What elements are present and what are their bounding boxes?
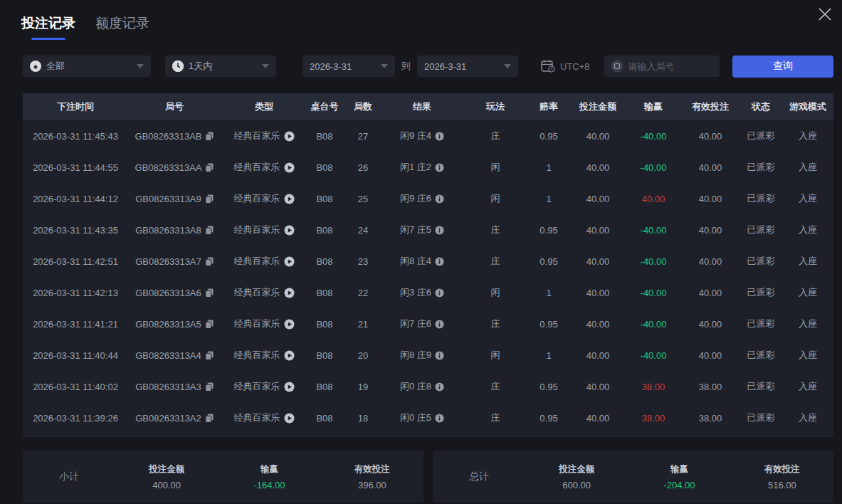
play-icon[interactable] — [284, 413, 295, 424]
round-number-value: 24 — [358, 225, 368, 236]
game-mode-value: 入座 — [799, 130, 817, 142]
play-icon[interactable] — [284, 225, 295, 236]
info-icon[interactable] — [435, 382, 444, 392]
play-icon[interactable] — [284, 256, 295, 267]
chevron-down-icon — [137, 64, 144, 68]
odds: 0.95 — [527, 256, 570, 267]
play-icon[interactable] — [284, 162, 295, 173]
date-to-value: 2026-3-31 — [424, 61, 466, 72]
info-icon[interactable] — [435, 132, 444, 141]
table-number: B08 — [304, 225, 345, 236]
win-loss-value: 40.00 — [642, 194, 665, 204]
game-mode-value: 入座 — [799, 380, 817, 393]
clock-icon — [172, 61, 184, 72]
play-icon[interactable] — [284, 194, 295, 204]
play-type: 庄 — [463, 380, 527, 393]
game-mode-value: 入座 — [799, 286, 817, 299]
status: 已派彩 — [740, 192, 782, 205]
close-icon[interactable] — [816, 6, 833, 23]
info-icon[interactable] — [435, 288, 444, 298]
result-value: 闲9 庄6 — [400, 192, 431, 205]
date-to-label: 到 — [401, 60, 411, 73]
valid-bet-value: 40.00 — [699, 162, 722, 173]
round-search-box[interactable] — [604, 56, 720, 77]
game-mode-value: 入座 — [799, 349, 817, 362]
play-icon[interactable] — [284, 131, 295, 142]
play-type-value: 闲 — [491, 192, 500, 205]
info-icon[interactable] — [435, 320, 444, 329]
column-header-0: 下注时间 — [26, 100, 125, 113]
copy-icon[interactable] — [205, 351, 214, 360]
table-number: B08 — [304, 162, 345, 173]
copy-icon[interactable] — [205, 257, 214, 266]
play-icon[interactable] — [284, 382, 295, 392]
info-icon[interactable] — [435, 414, 444, 423]
info-icon[interactable] — [435, 163, 444, 172]
tab-betting-records-label: 投注记录 — [21, 16, 75, 31]
valid-bet-value: 40.00 — [699, 288, 722, 298]
bet-time: 2026-03-31 11:40:02 — [26, 382, 125, 392]
bet-time: 2026-03-31 11:42:13 — [26, 288, 125, 298]
info-icon[interactable] — [435, 351, 444, 360]
win-loss-value: -40.00 — [641, 256, 667, 267]
table-body: 2026-03-31 11:45:43GB08263313AB经典百家乐B082… — [23, 120, 833, 437]
date-from-picker[interactable]: 2026-3-31 — [302, 56, 395, 77]
valid-bet-value: 40.00 — [699, 256, 722, 267]
round-number: 20 — [345, 350, 381, 361]
status-value: 已派彩 — [747, 349, 775, 362]
round-search-input[interactable] — [628, 61, 707, 72]
timezone-selector[interactable]: UTC+8 — [541, 60, 590, 73]
result: 闲0 庄5 — [381, 411, 463, 424]
bet-amount-value: 40.00 — [586, 350, 610, 361]
column-header-7: 赔率 — [527, 100, 570, 113]
copy-icon[interactable] — [205, 226, 214, 235]
time-range-dropdown[interactable]: 1天内 — [165, 56, 276, 77]
table-number-value: B08 — [316, 225, 332, 236]
date-to-picker[interactable]: 2026-3-31 — [417, 56, 518, 77]
copy-icon[interactable] — [205, 414, 214, 423]
copy-icon[interactable] — [205, 320, 214, 329]
game-mode-value: 入座 — [799, 161, 817, 174]
info-icon[interactable] — [435, 194, 444, 204]
valid-bet-value: 40.00 — [699, 194, 722, 204]
copy-icon[interactable] — [205, 288, 214, 298]
round-id-value: GB08263313A9 — [135, 194, 201, 204]
status: 已派彩 — [740, 161, 782, 174]
copy-icon[interactable] — [205, 132, 214, 141]
play-icon[interactable] — [284, 350, 295, 361]
calendar-clock-icon — [541, 60, 555, 73]
win-loss-value: -40.00 — [641, 131, 667, 142]
result-value: 闲7 庄5 — [400, 224, 431, 236]
copy-icon[interactable] — [205, 163, 214, 172]
column-header-4: 局数 — [345, 100, 381, 113]
game-type-dropdown[interactable]: ♠ 全部 — [23, 56, 151, 77]
play-type-value: 庄 — [491, 380, 500, 393]
spade-icon: ♠ — [30, 61, 41, 72]
status-value: 已派彩 — [747, 192, 775, 205]
column-header-11: 状态 — [740, 100, 782, 113]
copy-icon[interactable] — [205, 382, 214, 392]
info-icon[interactable] — [435, 226, 444, 235]
play-type-value: 庄 — [491, 411, 500, 424]
play-icon[interactable] — [284, 319, 295, 330]
status: 已派彩 — [740, 317, 782, 330]
query-button[interactable]: 查询 — [732, 56, 833, 78]
column-header-10: 有效投注 — [681, 100, 740, 113]
status-value: 已派彩 — [747, 380, 775, 393]
round-id: GB08263313AA — [125, 162, 224, 173]
play-icon[interactable] — [284, 288, 295, 298]
tab-betting-records[interactable]: 投注记录 — [21, 14, 75, 40]
game-mode: 入座 — [782, 192, 833, 205]
table-number: B08 — [304, 350, 345, 361]
odds-value: 0.95 — [540, 131, 557, 142]
play-type-value: 庄 — [491, 255, 500, 268]
status: 已派彩 — [740, 380, 782, 393]
bet-amount: 40.00 — [570, 288, 626, 298]
game-type: 经典百家乐 — [224, 286, 304, 299]
game-type-value: 经典百家乐 — [234, 349, 280, 362]
tab-quota-records[interactable]: 额度记录 — [95, 14, 149, 33]
info-icon[interactable] — [435, 257, 444, 266]
copy-icon[interactable] — [205, 194, 214, 204]
round-id: GB08263313A4 — [125, 350, 224, 361]
result: 闲3 庄6 — [381, 286, 463, 299]
